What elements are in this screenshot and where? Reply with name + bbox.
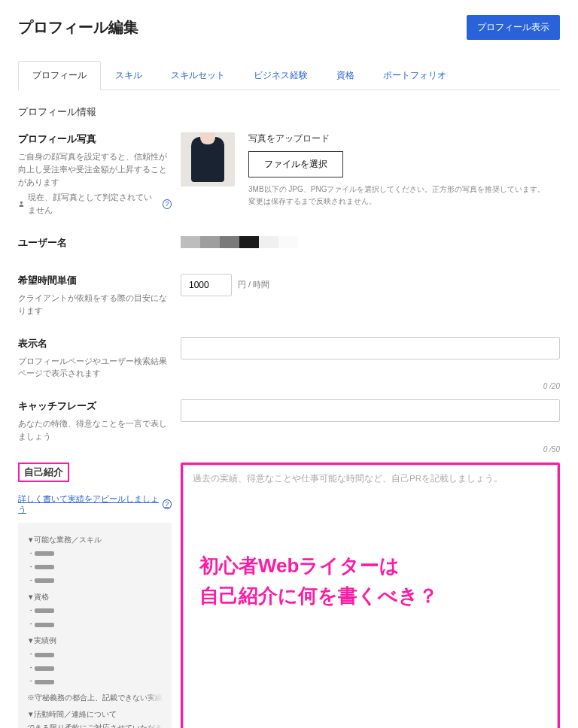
intro-label: 自己紹介 [18, 463, 69, 482]
tab-profile[interactable]: プロフィール [18, 61, 101, 90]
tab-business[interactable]: ビジネス経験 [239, 61, 322, 90]
person-icon [18, 200, 25, 208]
header: プロフィール編集 プロフィール表示 [18, 15, 560, 40]
photo-hint: 3MB以下の JPG、PNGファイルを選択してください。正方形の写真を推奨してい… [248, 184, 560, 208]
tagline-label: キャッチフレーズ [18, 399, 172, 413]
intro-help-text: 詳しく書いて実績をアピールしましょう [18, 494, 160, 515]
avatar [181, 132, 235, 187]
rate-unit: 円 / 時間 [238, 280, 269, 290]
username-redacted [181, 236, 560, 248]
intro-textarea[interactable] [183, 465, 558, 728]
photo-desc-text: ご自身の顔写真を設定すると、信頼性が向上し受注率や受注金額が上昇することがありま… [18, 152, 167, 187]
photo-label: プロフィール写真 [18, 132, 172, 146]
help-icon: ? [163, 499, 172, 509]
photo-meta: 現在、顔写真として判定されていません [28, 191, 160, 217]
tagline-input[interactable] [181, 399, 560, 422]
intro-help-link[interactable]: 詳しく書いて実績をアピールしましょう ? [18, 494, 172, 515]
tab-qualifications[interactable]: 資格 [322, 61, 369, 90]
displayname-label: 表示名 [18, 337, 172, 350]
intro-textarea-highlight: 初心者Webライターは 自己紹介に何を書くべき？ [181, 463, 560, 728]
photo-hint-2: 変更は保存するまで反映されません。 [248, 197, 376, 205]
username-label: ユーザー名 [18, 236, 172, 250]
select-file-button[interactable]: ファイルを選択 [248, 151, 343, 177]
rate-label: 希望時間単価 [18, 274, 172, 287]
upload-title: 写真をアップロード [248, 132, 560, 145]
tab-skill[interactable]: スキル [101, 61, 157, 90]
photo-hint-1: 3MB以下の JPG、PNGファイルを選択してください。正方形の写真を推奨してい… [248, 185, 545, 193]
tabs: プロフィール スキル スキルセット ビジネス経験 資格 ポートフォリオ [18, 61, 560, 90]
rate-input[interactable] [181, 274, 232, 296]
page-title: プロフィール編集 [18, 17, 138, 38]
view-profile-button[interactable]: プロフィール表示 [467, 15, 560, 40]
tab-portfolio[interactable]: ポートフォリオ [369, 61, 461, 90]
displayname-input[interactable] [181, 337, 560, 359]
intro-example: ▼可能な業務／スキル ・ ・ ・ ▼資格 ・ ・ ▼実績例 ・ ・ ・ ※守秘義… [18, 523, 172, 728]
tagline-desc: あなたの特徴、得意なことを一言で表しましょう [18, 417, 172, 443]
rate-desc: クライアントが依頼をする際の目安になります [18, 292, 172, 317]
displayname-desc: プロフィールページやユーザー検索結果ページで表示されます [18, 355, 172, 381]
displayname-counter: 0 /20 [543, 382, 560, 390]
tagline-counter: 0 /50 [543, 445, 560, 453]
help-icon[interactable]: ? [163, 199, 172, 209]
section-title: プロフィール情報 [18, 105, 560, 119]
photo-desc: ご自身の顔写真を設定すると、信頼性が向上し受注率や受注金額が上昇することがありま… [18, 150, 172, 217]
tab-skillset[interactable]: スキルセット [157, 61, 239, 90]
